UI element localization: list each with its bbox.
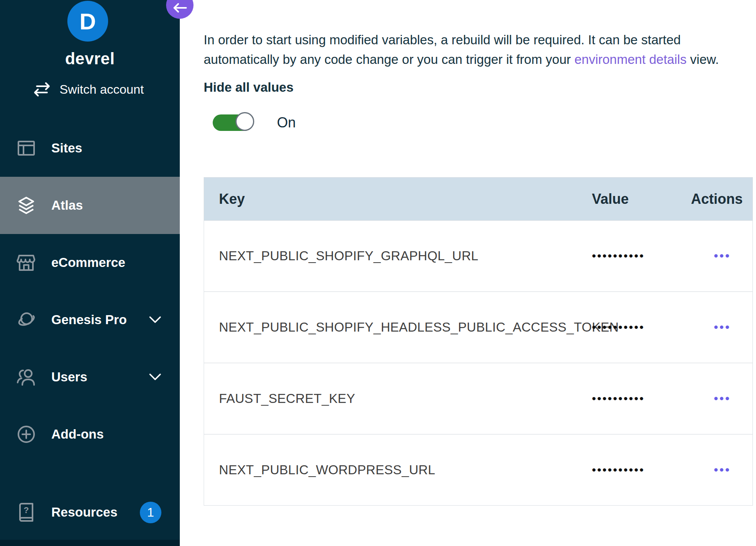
env-var-masked-value: ••••••••••	[592, 463, 691, 477]
sidebar-item-atlas[interactable]: Atlas	[0, 177, 180, 234]
sidebar-item-sites[interactable]: Sites	[0, 120, 180, 177]
toggle-knob	[235, 112, 254, 131]
sidebar-item-label: Sites	[51, 141, 82, 156]
sidebar-item-resources[interactable]: ? Resources 1	[0, 484, 180, 541]
chevron-down-icon	[149, 373, 161, 381]
swap-arrows-icon	[33, 82, 51, 97]
sites-icon	[16, 138, 36, 158]
row-actions-menu-button[interactable]: •••	[714, 321, 731, 333]
notice-line2-prefix: automatically by any code change or you …	[204, 52, 574, 67]
table-body: NEXT_PUBLIC_SHOPIFY_GRAPHQL_URL ••••••••…	[204, 221, 752, 505]
env-var-masked-value: ••••••••••	[592, 321, 691, 334]
toggle-state-label: On	[277, 114, 296, 131]
env-var-key: NEXT_PUBLIC_SHOPIFY_GRAPHQL_URL	[204, 249, 592, 263]
account-avatar[interactable]: D	[67, 1, 108, 42]
sidebar-item-label: Users	[51, 370, 87, 385]
sidebar-item-label: Add-ons	[51, 427, 104, 442]
main-content: In order to start using modified variabl…	[180, 0, 756, 546]
sidebar: D devrel Switch account Sites Atlas	[0, 0, 180, 546]
hide-all-values-label: Hide all values	[204, 80, 293, 95]
sidebar-footer-strip	[0, 540, 180, 546]
switch-account-button[interactable]: Switch account	[33, 82, 144, 97]
switch-account-label: Switch account	[60, 82, 144, 97]
notice-line1: In order to start using modified variabl…	[204, 33, 681, 47]
sidebar-item-label: Resources	[51, 505, 118, 520]
account-name: devrel	[0, 49, 180, 68]
sidebar-item-add-ons[interactable]: Add-ons	[0, 406, 180, 463]
env-var-key: FAUST_SECRET_KEY	[204, 391, 592, 406]
column-header-actions: Actions	[691, 191, 756, 207]
env-var-masked-value: ••••••••••	[592, 392, 691, 405]
env-var-masked-value: ••••••••••	[592, 249, 691, 263]
sidebar-nav: Sites Atlas eCommerce Genesis Pro	[0, 120, 180, 541]
environment-variables-table: Key Value Actions NEXT_PUBLIC_SHOPIFY_GR…	[204, 177, 753, 506]
row-actions-menu-button[interactable]: •••	[714, 393, 731, 405]
arrow-left-icon	[172, 2, 187, 13]
rebuild-notice: In order to start using modified variabl…	[204, 30, 756, 69]
sidebar-item-label: eCommerce	[51, 255, 125, 270]
table-header-row: Key Value Actions	[204, 178, 752, 221]
sidebar-item-genesis-pro[interactable]: Genesis Pro	[0, 291, 180, 348]
env-var-key: NEXT_PUBLIC_WORDPRESS_URL	[204, 463, 592, 477]
row-actions-menu-button[interactable]: •••	[714, 464, 731, 476]
sidebar-item-label: Atlas	[51, 198, 83, 213]
hide-values-toggle[interactable]	[213, 114, 253, 131]
notice-line2-suffix: view.	[687, 52, 719, 67]
table-row: NEXT_PUBLIC_SHOPIFY_HEADLESS_PUBLIC_ACCE…	[204, 291, 752, 363]
table-row: FAUST_SECRET_KEY •••••••••• •••	[204, 363, 752, 434]
planet-icon	[16, 310, 36, 330]
column-header-value: Value	[592, 191, 691, 207]
resources-count-badge: 1	[140, 502, 161, 523]
storefront-icon	[16, 252, 36, 273]
env-var-key: NEXT_PUBLIC_SHOPIFY_HEADLESS_PUBLIC_ACCE…	[204, 320, 592, 335]
row-actions-menu-button[interactable]: •••	[714, 250, 731, 262]
plus-circle-icon	[16, 424, 36, 444]
sidebar-item-ecommerce[interactable]: eCommerce	[0, 234, 180, 291]
table-row: NEXT_PUBLIC_WORDPRESS_URL •••••••••• •••	[204, 434, 752, 505]
sidebar-item-label: Genesis Pro	[51, 312, 127, 327]
column-header-key: Key	[204, 191, 592, 207]
chevron-down-icon	[149, 316, 161, 324]
sidebar-item-users[interactable]: Users	[0, 348, 180, 406]
table-row: NEXT_PUBLIC_SHOPIFY_GRAPHQL_URL ••••••••…	[204, 221, 752, 291]
environment-details-link[interactable]: environment details	[574, 52, 686, 67]
layers-icon	[16, 195, 36, 216]
users-icon	[16, 367, 36, 387]
svg-text:?: ?	[24, 505, 29, 515]
hide-values-toggle-row: On	[213, 114, 296, 131]
book-help-icon: ?	[16, 502, 36, 522]
